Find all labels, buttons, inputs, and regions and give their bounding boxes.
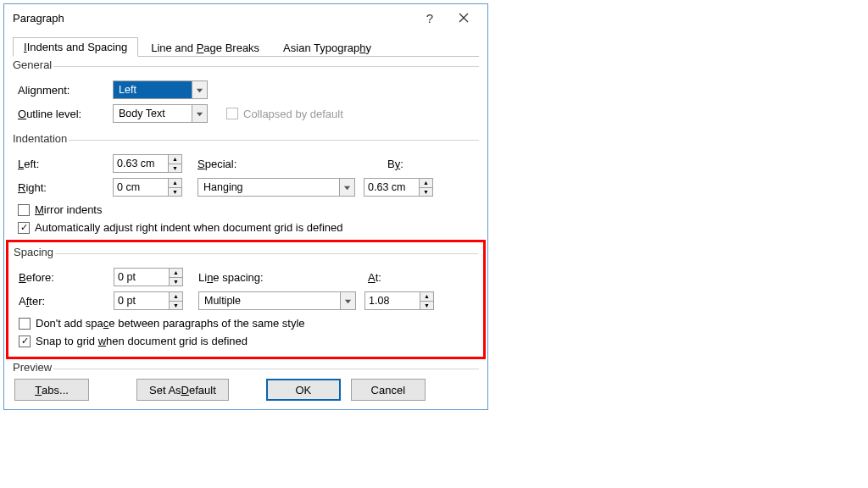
line-spacing-label: Line spacing: [183, 271, 278, 284]
outline-level-dropdown[interactable]: Body Text [113, 104, 208, 123]
alignment-dropdown[interactable]: Left [113, 80, 208, 99]
at-label: At: [368, 271, 381, 284]
alignment-label: Alignment: [18, 84, 113, 97]
help-button[interactable]: ? [413, 6, 447, 30]
group-title-indentation: Indentation [13, 132, 69, 145]
tabs-button[interactable]: Tabs... [14, 379, 89, 401]
dialog-title: Paragraph [13, 12, 413, 25]
group-title-spacing: Spacing [14, 246, 55, 258]
special-dropdown[interactable]: Hanging [198, 178, 355, 197]
tab-line-page-breaks[interactable]: Line and Page Breaks [140, 38, 270, 57]
spacing-highlight-frame: Spacing Before: 0 pt ▲▼ Line spacing: At… [6, 240, 486, 359]
title-bar: Paragraph ? [4, 4, 487, 31]
mirror-indents-label: Mirror indents [35, 203, 102, 216]
group-general: General Alignment: Left Outline level: B… [13, 58, 479, 130]
indent-left-spinner[interactable]: 0.63 cm ▲▼ [113, 154, 182, 173]
mirror-indents-checkbox[interactable]: Mirror indents [18, 203, 102, 216]
dialog-body: IIndents and Spacing Line and Page Break… [4, 31, 487, 409]
chevron-down-icon [339, 179, 354, 196]
indent-right-label: Right: [18, 181, 113, 194]
group-preview: Preview [13, 361, 479, 374]
snap-grid-label: Snap to grid when document grid is defin… [36, 335, 248, 347]
checkbox-icon [226, 108, 238, 119]
cancel-button[interactable]: Cancel [351, 379, 426, 401]
group-title-preview: Preview [13, 361, 53, 374]
at-spinner[interactable]: 1.08 ▲▼ [364, 291, 434, 310]
auto-adjust-checkbox[interactable]: ✓Automatically adjust right indent when … [18, 221, 343, 234]
group-spacing: Spacing Before: 0 pt ▲▼ Line spacing: At… [14, 246, 478, 353]
svg-marker-3 [197, 112, 203, 116]
before-label: Before: [19, 271, 114, 284]
no-space-checkbox[interactable]: Don't add space between paragraphs of th… [19, 317, 305, 330]
after-label: After: [19, 295, 114, 308]
ok-button[interactable]: OK [266, 379, 341, 401]
svg-marker-4 [344, 186, 350, 190]
by-spinner[interactable]: 0.63 cm ▲▼ [364, 178, 433, 197]
no-space-label: Don't add space between paragraphs of th… [36, 317, 305, 330]
outline-level-label: Outline level: [18, 108, 113, 120]
set-as-default-button[interactable]: Set As Default [136, 379, 229, 401]
by-label: By: [387, 158, 403, 170]
indent-right-spinner[interactable]: 0 cm ▲▼ [113, 178, 182, 197]
collapsed-checkbox: Collapsed by default [226, 108, 343, 120]
snap-grid-checkbox[interactable]: ✓Snap to grid when document grid is defi… [19, 335, 248, 347]
chevron-down-icon [192, 81, 207, 98]
close-icon [459, 13, 469, 23]
line-spacing-dropdown[interactable]: Multiple [198, 291, 356, 310]
svg-marker-5 [345, 299, 351, 303]
svg-marker-2 [197, 88, 203, 92]
before-spinner[interactable]: 0 pt ▲▼ [114, 268, 183, 286]
auto-adjust-label: Automatically adjust right indent when d… [35, 221, 343, 234]
group-title-general: General [13, 58, 53, 71]
chevron-down-icon [340, 292, 355, 309]
paragraph-dialog: Paragraph ? IIndents and Spacing Line an… [3, 3, 488, 410]
tab-indents-spacing[interactable]: IIndents and Spacing [13, 37, 138, 57]
chevron-down-icon [192, 105, 207, 122]
indent-left-label: Left: [18, 158, 113, 170]
special-label: Special: [182, 158, 277, 170]
group-indentation: Indentation Left: 0.63 cm ▲▼ Special: By… [13, 132, 479, 240]
tab-strip: IIndents and Spacing Line and Page Break… [13, 36, 479, 57]
button-row: Tabs... Set As Default OK Cancel [13, 374, 479, 402]
tab-asian-typography[interactable]: Asian Typography [272, 38, 382, 57]
after-spinner[interactable]: 0 pt ▲▼ [114, 291, 183, 310]
close-button[interactable] [447, 6, 481, 30]
